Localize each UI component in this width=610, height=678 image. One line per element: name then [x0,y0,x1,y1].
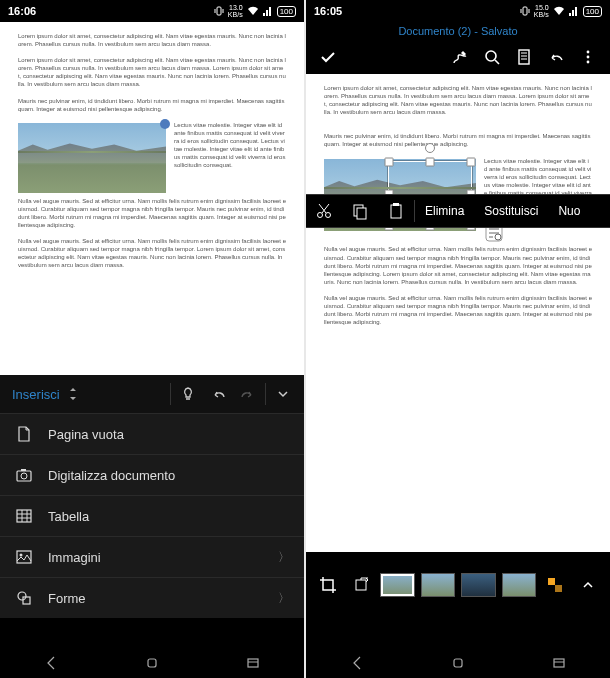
collapse-sheet-button[interactable] [268,379,298,409]
data-rate: 13.0KB/s [228,4,243,18]
svg-rect-21 [357,208,366,219]
recents-button[interactable] [243,653,263,673]
menu-item-label: Immagini [48,550,101,565]
android-nav-bar [306,648,610,678]
status-bar: 16:05 15.0KB/s 100 [306,0,610,22]
signal-icon [569,6,579,16]
menu-item-image[interactable]: Immagini〉 [0,536,304,577]
cut-icon[interactable] [306,194,342,228]
insert-sheet: Inserisci Pagina vuotaDigitalizza docume… [0,375,304,618]
resize-handle[interactable] [385,157,394,166]
style-thumb[interactable] [461,573,496,597]
reading-view-icon[interactable] [508,41,540,73]
paragraph: Lorem ipsum dolor sit amet, consectetur … [324,84,592,116]
svg-rect-9 [23,597,30,604]
rotate-handle[interactable] [425,143,435,153]
svg-rect-22 [391,205,401,218]
paragraph: Nulla vel augue mauris. Sed at efficitur… [324,245,592,285]
menu-item-camera[interactable]: Digitalizza documento [0,454,304,495]
chevron-right-icon: 〉 [278,549,290,566]
svg-rect-10 [523,7,527,15]
resize-handle[interactable] [426,157,435,166]
document-title[interactable]: Documento (2) - Salvato [306,22,610,40]
edit-toolbar [306,40,610,74]
draw-icon[interactable] [444,41,476,73]
svg-point-13 [587,51,590,54]
expand-styles-button[interactable] [572,568,605,602]
home-button[interactable] [448,653,468,673]
replace-button[interactable]: Sostituisci [474,204,548,218]
resize-handle[interactable] [467,157,476,166]
document-page[interactable]: Lorem ipsum dolor sit amet, consectetur … [0,22,304,388]
paragraph: Nulla vel augue mauris. Sed at efficitur… [18,237,286,269]
battery: 100 [583,6,602,17]
menu-item-shapes[interactable]: Forme〉 [0,577,304,618]
table-icon [14,506,34,526]
copy-icon[interactable] [342,194,378,228]
crop-icon[interactable] [312,568,345,602]
sheet-header: Inserisci [0,375,304,413]
back-button[interactable] [347,653,367,673]
svg-rect-5 [17,510,31,522]
shapes-icon [14,588,34,608]
android-nav-bar [0,648,304,678]
svg-rect-28 [248,659,258,667]
wifi-icon [553,6,565,16]
inline-image[interactable] [18,123,166,193]
style-thumb[interactable] [502,573,537,597]
document-page[interactable]: Lorem ipsum dolor sit amet, consectetur … [306,74,610,580]
new-button[interactable]: Nuo [548,204,580,218]
svg-rect-4 [21,469,26,471]
chevron-right-icon: 〉 [278,590,290,607]
ribbon-tab-selector[interactable]: Inserisci [6,387,66,402]
clock: 16:06 [8,5,36,17]
menu-item-label: Forme [48,591,86,606]
svg-rect-12 [519,50,529,64]
svg-rect-25 [548,578,555,585]
undo-button[interactable] [540,41,572,73]
svg-rect-26 [555,585,562,592]
done-button[interactable] [312,41,344,73]
svg-rect-27 [148,659,156,667]
rotate-icon[interactable] [345,568,378,602]
style-thumb[interactable] [421,573,456,597]
search-icon[interactable] [476,41,508,73]
camera-icon [14,465,34,485]
paste-icon[interactable] [378,194,414,228]
clock: 16:05 [314,5,342,17]
lightbulb-icon[interactable] [173,379,203,409]
svg-point-8 [18,592,26,600]
data-rate: 15.0KB/s [534,4,549,18]
svg-point-1 [160,119,170,129]
menu-item-label: Pagina vuota [48,427,124,442]
text-cursor-handle[interactable] [158,117,172,131]
svg-point-19 [326,213,331,218]
svg-rect-23 [393,203,399,206]
back-button[interactable] [41,653,61,673]
picture-styles-bar [306,552,610,618]
menu-item-page-blank[interactable]: Pagina vuota [0,413,304,454]
phone-left: 16:06 13.0KB/s 100 Lorem ipsum dolor sit… [0,0,304,648]
paragraph: Mauris nec pulvinar enim, id tindidunt l… [324,132,592,148]
svg-rect-29 [454,659,462,667]
svg-rect-30 [554,659,564,667]
expand-icon[interactable] [68,387,78,401]
paragraph: Mauris nec pulvinar enim, id tindidunt l… [18,97,286,113]
status-bar: 16:06 13.0KB/s 100 [0,0,304,22]
delete-button[interactable]: Elimina [415,204,474,218]
paragraph: Nulla vel augue mauris. Sed at efficitur… [324,294,592,326]
menu-item-table[interactable]: Tabella [0,495,304,536]
style-thumb[interactable] [380,573,415,597]
recents-button[interactable] [549,653,569,673]
wifi-icon [247,6,259,16]
context-menu: Elimina Sostituisci Nuo [306,194,610,228]
phone-right: 16:05 15.0KB/s 100 Documento (2) - Salva… [306,0,610,648]
home-button[interactable] [142,653,162,673]
more-icon[interactable] [572,41,604,73]
undo-button[interactable] [203,379,233,409]
wrap-text-icon[interactable] [539,568,572,602]
vibrate-icon [520,6,530,16]
svg-point-11 [486,51,496,61]
redo-button[interactable] [233,379,263,409]
svg-point-3 [21,473,27,479]
